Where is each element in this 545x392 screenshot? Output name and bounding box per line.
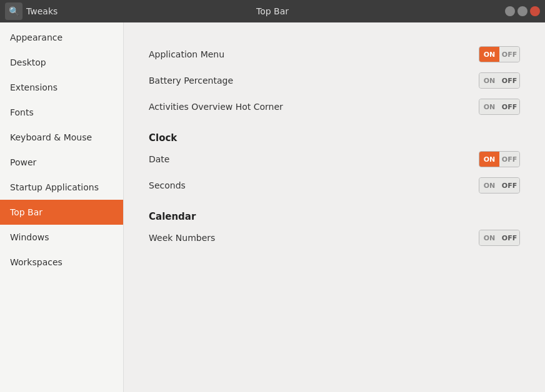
toggle-off-seconds[interactable]: OFF	[499, 178, 519, 193]
setting-row-application-menu: Application Menu ON OFF	[149, 41, 520, 67]
sidebar-item-startup-applications[interactable]: Startup Applications	[0, 175, 123, 200]
minimize-icon: –	[508, 8, 512, 15]
toggle-date[interactable]: ON OFF	[479, 151, 520, 167]
toggle-on-battery-percentage[interactable]: ON	[479, 73, 499, 88]
sidebar-item-desktop[interactable]: Desktop	[0, 50, 123, 75]
toggle-off-date[interactable]: OFF	[499, 152, 519, 167]
title-bar-left: 🔍 Tweaks	[5, 2, 58, 20]
title-bar: 🔍 Tweaks Top Bar – □ ✕	[0, 0, 545, 22]
window-controls: – □ ✕	[505, 6, 540, 16]
toggle-week-numbers[interactable]: ON OFF	[479, 230, 520, 246]
setting-label-application-menu: Application Menu	[149, 49, 224, 59]
sidebar-item-appearance[interactable]: Appearance	[0, 25, 123, 50]
sidebar-item-top-bar[interactable]: Top Bar	[0, 200, 123, 225]
setting-row-date: Date ON OFF	[149, 146, 520, 172]
minimize-button[interactable]: –	[505, 6, 515, 16]
close-icon: ✕	[532, 8, 538, 15]
content-area: Application Menu ON OFF Battery Percenta…	[124, 22, 545, 392]
setting-label-battery-percentage: Battery Percentage	[149, 76, 233, 86]
toggle-activities-hot-corner[interactable]: ON OFF	[479, 99, 520, 115]
section-heading-clock: Clock	[149, 132, 520, 144]
toggle-off-week-numbers[interactable]: OFF	[499, 230, 519, 245]
toggle-off-activities-hot-corner[interactable]: OFF	[499, 99, 519, 114]
toggle-on-week-numbers[interactable]: ON	[479, 230, 499, 245]
section-title: Top Bar	[256, 6, 289, 16]
section-heading-calendar: Calendar	[149, 211, 520, 222]
toggle-off-application-menu[interactable]: OFF	[499, 47, 519, 62]
close-button[interactable]: ✕	[530, 6, 540, 16]
sidebar-item-extensions[interactable]: Extensions	[0, 75, 123, 100]
toggle-battery-percentage[interactable]: ON OFF	[479, 72, 520, 89]
sidebar-item-keyboard-mouse[interactable]: Keyboard & Mouse	[0, 125, 123, 150]
toggle-on-activities-hot-corner[interactable]: ON	[479, 99, 499, 114]
sidebar-item-workspaces[interactable]: Workspaces	[0, 250, 123, 275]
setting-label-week-numbers: Week Numbers	[149, 233, 215, 243]
maximize-icon: □	[521, 8, 524, 15]
setting-label-date: Date	[149, 154, 169, 164]
setting-row-activities-hot-corner: Activities Overview Hot Corner ON OFF	[149, 94, 520, 120]
app-title: Tweaks	[26, 6, 58, 16]
toggle-application-menu[interactable]: ON OFF	[479, 46, 520, 62]
sidebar-item-windows[interactable]: Windows	[0, 225, 123, 250]
setting-row-seconds: Seconds ON OFF	[149, 172, 520, 198]
search-icon: 🔍	[9, 6, 19, 16]
setting-row-week-numbers: Week Numbers ON OFF	[149, 225, 520, 251]
maximize-button[interactable]: □	[518, 6, 528, 16]
toggle-on-application-menu[interactable]: ON	[479, 47, 499, 62]
sidebar-item-power[interactable]: Power	[0, 150, 123, 175]
setting-row-battery-percentage: Battery Percentage ON OFF	[149, 67, 520, 94]
setting-label-seconds: Seconds	[149, 180, 186, 190]
toggle-on-seconds[interactable]: ON	[479, 178, 499, 193]
toggle-on-date[interactable]: ON	[479, 152, 499, 167]
sidebar: Appearance Desktop Extensions Fonts Keyb…	[0, 22, 124, 392]
sidebar-item-fonts[interactable]: Fonts	[0, 100, 123, 125]
toggle-seconds[interactable]: ON OFF	[479, 177, 520, 194]
setting-label-activities-hot-corner: Activities Overview Hot Corner	[149, 102, 283, 112]
search-button[interactable]: 🔍	[5, 2, 22, 20]
main-container: Appearance Desktop Extensions Fonts Keyb…	[0, 22, 545, 392]
toggle-off-battery-percentage[interactable]: OFF	[499, 73, 519, 88]
